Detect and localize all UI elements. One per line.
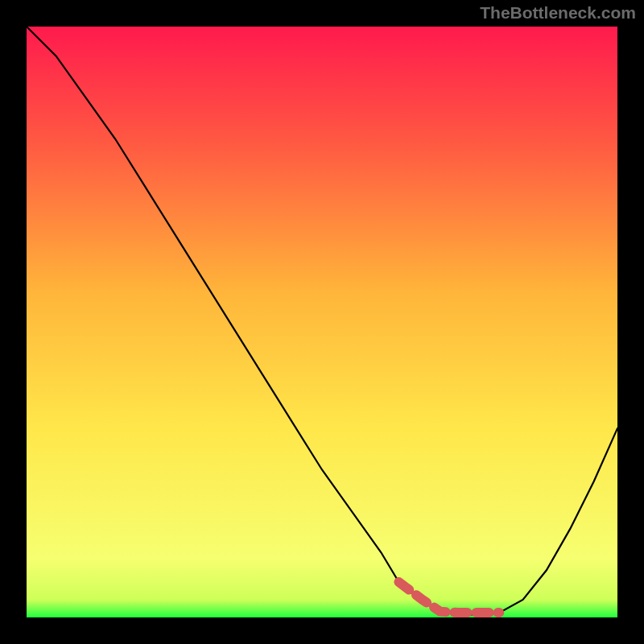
plot-area: [27, 27, 617, 617]
attribution-text: TheBottleneck.com: [480, 3, 636, 23]
chart-wrapper: TheBottleneck.com: [0, 0, 644, 644]
chart-svg: [27, 27, 617, 617]
gradient-background: [27, 27, 617, 617]
